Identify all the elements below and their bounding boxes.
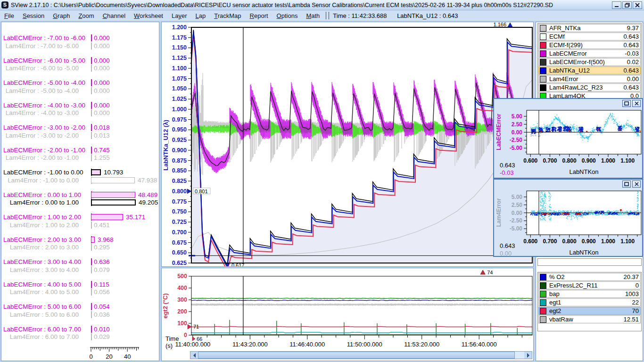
- svg-text:-5.00: -5.00: [510, 225, 523, 232]
- bin-label: Lam4Error : 3.00 to 4.00: [3, 266, 79, 273]
- svg-text:-2.50: -2.50: [510, 217, 523, 224]
- bin-value: 48.489: [138, 191, 157, 198]
- signal-row-ecmf[interactable]: ECMf0.643: [538, 33, 641, 41]
- minimize-button[interactable]: [612, 1, 621, 9]
- histogram-row: Lam4Error : -2.00 to -1.001.255: [1, 154, 159, 162]
- time-scrollbar[interactable]: [190, 351, 532, 359]
- signal-row-labecmerror[interactable]: LabECMError-0.03: [538, 49, 641, 58]
- maximize-icon[interactable]: [622, 181, 631, 188]
- signal-row-egt1[interactable]: egt122: [538, 298, 641, 306]
- signal-row--o2[interactable]: % O220.37: [538, 273, 641, 281]
- signal-value: -0.03: [625, 50, 640, 57]
- signal-row-labecmerror-f-500-[interactable]: LabECMError-f(500)0.02: [538, 58, 641, 66]
- svg-text:100: 100: [177, 320, 187, 327]
- bin-value: 35.171: [126, 214, 145, 221]
- menu-trackmap[interactable]: TrackMap: [214, 12, 241, 19]
- menu-zoom[interactable]: Zoom: [78, 12, 94, 19]
- app-icon: S: [1, 1, 8, 8]
- svg-text:0.750: 0.750: [172, 208, 187, 215]
- bin-value: 47.938: [138, 177, 157, 184]
- signal-row-egt2[interactable]: egt270: [538, 307, 641, 315]
- signal-value: 12.51: [623, 316, 640, 323]
- scroll-right-icon[interactable]: [524, 352, 532, 359]
- scroll-left-icon[interactable]: [190, 352, 198, 359]
- signal-value: 0.643: [623, 84, 640, 91]
- menu-report[interactable]: Report: [250, 12, 268, 19]
- bin-label: Lam4Error : 4.00 to 5.00: [3, 288, 79, 296]
- svg-text:0.825: 0.825: [172, 178, 187, 184]
- menu-worksheet[interactable]: Worksheet: [134, 12, 163, 19]
- close-button[interactable]: [633, 1, 642, 9]
- menu-session[interactable]: Session: [23, 12, 44, 19]
- xy-plot-lam4error[interactable]: 5.002.500.00-2.50-5.000.6000.7000.8000.9…: [494, 180, 642, 256]
- xy-y-axis-label: Lam4Error: [495, 198, 502, 227]
- close-icon[interactable]: [632, 100, 641, 107]
- status-channel: LabNTKa_U12 : 0.643: [397, 12, 458, 19]
- bin-value: 0.036: [94, 311, 110, 318]
- color-swatch: [540, 299, 546, 306]
- bin-value: 0.000: [94, 42, 110, 49]
- bin-label: Lam4Error : -1.00 to 0.00: [3, 177, 79, 184]
- egt2-marker-label: 71: [193, 324, 199, 329]
- histogram-row: LabECMError : -4.00 to -3.000.000: [1, 102, 159, 109]
- bin-label: LabECMError : -5.00 to -4.00: [3, 79, 79, 86]
- svg-text:1.200: 1.200: [172, 24, 187, 31]
- bin-value: 0.000: [94, 34, 110, 41]
- xy-window-labecmerror[interactable]: 5.002.500.00-2.50-5.000.6000.7000.8000.9…: [493, 98, 643, 179]
- svg-text:0.00: 0.00: [512, 210, 523, 216]
- bin-axis-tick: [91, 222, 92, 229]
- bin-axis-tick: [91, 147, 92, 154]
- bin-label: Lam4Error : -5.00 to -4.00: [3, 87, 79, 94]
- menu-graph[interactable]: Graph: [53, 12, 70, 19]
- readout-y: 0.00: [500, 250, 512, 256]
- signal-row-bap[interactable]: bap1003: [538, 290, 641, 298]
- histogram-panel: LabECMError : -7.00 to -6.000.000Lam4Err…: [1, 22, 159, 361]
- bin-label: LabECMError : 6.00 to 7.00: [3, 326, 79, 333]
- svg-text:1.100: 1.100: [172, 65, 187, 72]
- readout-x: 0.643: [500, 162, 515, 169]
- scrollbar-thumb[interactable]: [198, 352, 515, 359]
- svg-text:0.850: 0.850: [172, 167, 187, 174]
- svg-text:0.800: 0.800: [172, 188, 187, 195]
- color-swatch: [540, 282, 546, 289]
- signal-row-lam4rawl2c-r23[interactable]: Lam4RawL2C_R230.643: [538, 83, 641, 91]
- time-tick-label: 11:56:40.000: [462, 341, 497, 348]
- close-icon[interactable]: [632, 181, 641, 188]
- menu-file[interactable]: File: [4, 12, 14, 19]
- signal-row-vbatraw[interactable]: vbatRaw12.51: [538, 315, 641, 323]
- bin-axis-tick: [91, 281, 92, 288]
- signal-row-ecmf-f-299-[interactable]: ECMf-f(299)0.643: [538, 41, 641, 49]
- signal-row-afr-ntka[interactable]: AFR_NTKa9.37: [538, 24, 641, 32]
- xy-plot-labecmerror[interactable]: 5.002.500.00-2.50-5.000.6000.7000.8000.9…: [494, 99, 642, 178]
- bin-label: Lam4Error : 6.00 to 7.00: [3, 333, 79, 340]
- signal-row-lam4error[interactable]: Lam4Error0.00: [538, 75, 641, 83]
- main-chart[interactable]: 1.2001.1751.1501.1251.1001.0751.0501.025…: [162, 22, 533, 266]
- bin-value: 0.000: [94, 57, 110, 64]
- restore-button[interactable]: [622, 1, 632, 9]
- menu-layer[interactable]: Layer: [172, 12, 187, 19]
- signal-row-labntka-u12[interactable]: LabNTKa_U120.643: [538, 66, 641, 74]
- signal-name: LabNTKa_U12: [549, 67, 623, 74]
- menu-math[interactable]: Math: [306, 12, 320, 19]
- trace-bap: [191, 298, 532, 299]
- bin-label: LabECMError : -3.00 to -2.00: [3, 124, 79, 131]
- bin-label: Lam4Error : 5.00 to 6.00: [3, 311, 79, 318]
- egt-chart[interactable]: 0100200300400500egt2 (°C)11:40:00.00011:…: [162, 268, 533, 349]
- svg-text:1.175: 1.175: [172, 34, 187, 41]
- signal-value: 9.37: [627, 25, 640, 32]
- signal-value: 0: [636, 282, 640, 289]
- signal-name: LabECMError: [549, 50, 625, 57]
- maximize-icon[interactable]: [622, 100, 631, 107]
- menu-lap[interactable]: Lap: [196, 12, 206, 19]
- xy-window-lam4error[interactable]: 5.002.500.00-2.50-5.000.6000.7000.8000.9…: [493, 179, 643, 257]
- bin-value: 0.636: [94, 258, 110, 265]
- signal-row-expressl2c-r11[interactable]: ExPressL2C_R110: [538, 281, 641, 289]
- time-tick-label: 11:53:20.000: [404, 341, 439, 348]
- menu-options[interactable]: Options: [277, 12, 298, 19]
- window-controls: [612, 1, 642, 9]
- histogram-row: LabECMError : 4.00 to 5.000.115: [1, 281, 159, 288]
- bin-value: 0.000: [94, 65, 110, 72]
- bin-bar: [91, 192, 135, 198]
- signal-name: vbatRaw: [549, 316, 623, 323]
- menu-channel[interactable]: Channel: [103, 12, 125, 19]
